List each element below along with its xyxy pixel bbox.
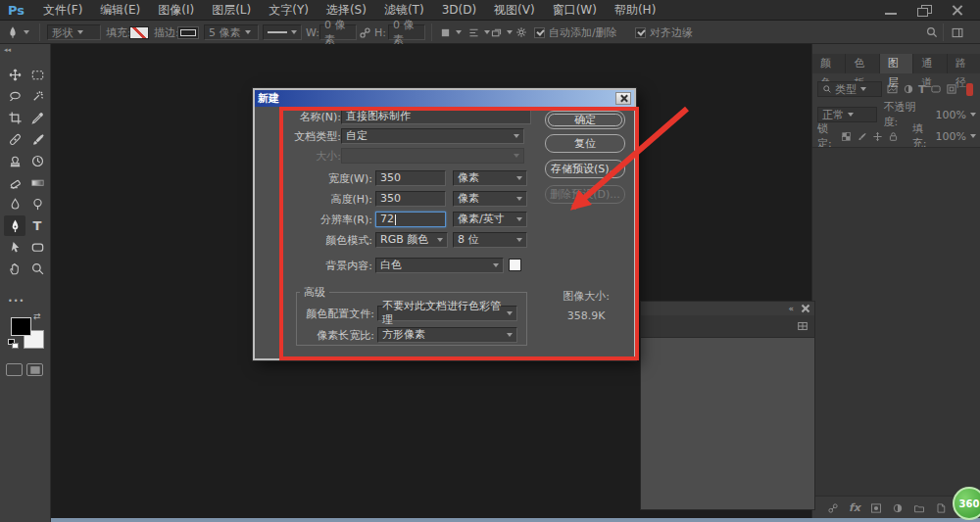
360-security-badge[interactable]: 360 xyxy=(953,487,980,520)
bit-depth-select[interactable]: 8 位 xyxy=(453,232,527,248)
menu-type[interactable]: 文字(Y) xyxy=(260,0,318,21)
layer-filter-select[interactable]: 类型 xyxy=(817,81,882,97)
lock-position-icon[interactable] xyxy=(872,131,883,142)
gradient-tool[interactable] xyxy=(26,172,48,193)
restore-icon[interactable] xyxy=(917,5,931,16)
pen-tool[interactable] xyxy=(4,215,25,236)
resolution-input[interactable]: 72 xyxy=(375,212,446,227)
edit-toolbar-ellipsis-icon[interactable]: ••• xyxy=(8,297,24,306)
stroke-swatch[interactable] xyxy=(177,21,199,44)
lock-transparent-pixels-icon[interactable] xyxy=(841,131,852,142)
menu-help[interactable]: 帮助(H) xyxy=(606,0,664,21)
filter-type-layers-icon[interactable]: T xyxy=(918,83,926,96)
brush-tool[interactable] xyxy=(26,129,48,150)
rectangle-shape-tool[interactable] xyxy=(26,237,48,258)
menu-3d[interactable]: 3D(D) xyxy=(433,0,485,21)
foreground-color-swatch[interactable] xyxy=(11,317,31,336)
filter-smart-objects-icon[interactable] xyxy=(946,83,957,95)
name-input[interactable]: 直接图标制作 xyxy=(341,109,531,124)
color-mode-select[interactable]: RGB 颜色 xyxy=(375,232,448,248)
color-profile-select[interactable]: 不要对此文档进行色彩管理 xyxy=(377,306,517,321)
filter-pixel-layers-icon[interactable] xyxy=(886,83,899,95)
height-unit-select[interactable]: 像素 xyxy=(453,191,527,207)
collapse-panel-icon[interactable]: « xyxy=(788,304,794,313)
crop-tool[interactable] xyxy=(4,108,25,128)
menu-window[interactable]: 窗口(W) xyxy=(544,0,606,21)
path-alignment-button[interactable] xyxy=(467,21,490,44)
close-icon[interactable] xyxy=(951,5,964,16)
tool-mode-select[interactable]: 形状 xyxy=(47,21,101,44)
tab-color[interactable]: 颜色 xyxy=(812,54,846,73)
save-preset-button[interactable]: 存储预设(S)... xyxy=(545,160,625,178)
tab-layers[interactable]: 图层 xyxy=(880,54,913,73)
stroke-width-select[interactable]: 5 像素 xyxy=(204,21,259,44)
default-colors-icon[interactable] xyxy=(8,339,19,349)
lock-image-pixels-icon[interactable] xyxy=(857,131,867,142)
path-operations-button[interactable] xyxy=(439,21,462,44)
workspace-panel-icon[interactable] xyxy=(951,21,964,44)
opacity-select[interactable]: 100% xyxy=(936,109,976,121)
width-unit-select[interactable]: 像素 xyxy=(453,170,527,186)
zoom-tool[interactable] xyxy=(26,259,48,279)
filter-shape-layers-icon[interactable] xyxy=(930,83,942,95)
reset-button[interactable]: 复位 xyxy=(545,134,625,153)
new-adjustment-layer-icon[interactable] xyxy=(892,502,904,514)
tab-channels[interactable]: 通道 xyxy=(913,54,947,73)
history-brush-tool[interactable] xyxy=(26,151,48,171)
new-group-icon[interactable] xyxy=(912,502,926,514)
new-layer-icon[interactable] xyxy=(935,502,947,514)
gear-icon[interactable] xyxy=(514,21,528,44)
resolution-unit-select[interactable]: 像素/英寸 xyxy=(453,212,527,227)
dialog-close-icon[interactable] xyxy=(615,92,631,105)
blur-tool[interactable] xyxy=(4,194,25,214)
dodge-tool[interactable] xyxy=(26,194,48,214)
pixel-aspect-select[interactable]: 方形像素 xyxy=(377,327,517,343)
link-dimensions-icon[interactable] xyxy=(359,21,371,44)
menu-image[interactable]: 图像(I) xyxy=(149,0,203,21)
document-type-select[interactable]: 自定 xyxy=(341,128,524,144)
panel-grid-icon[interactable] xyxy=(797,321,808,331)
dialog-title-bar[interactable]: 新建 xyxy=(255,90,634,107)
filter-adjustment-layers-icon[interactable] xyxy=(903,83,914,95)
tab-paths[interactable]: 路径 xyxy=(948,54,980,73)
rectangular-marquee-tool[interactable] xyxy=(26,65,48,85)
menu-file[interactable]: 文件(F) xyxy=(34,0,91,21)
minimize-icon[interactable] xyxy=(884,5,898,16)
filter-toggle-icon[interactable] xyxy=(966,83,973,96)
type-tool[interactable]: T xyxy=(26,215,48,236)
fill-swatch[interactable] xyxy=(129,21,149,44)
move-tool[interactable] xyxy=(4,65,25,85)
lock-all-icon[interactable] xyxy=(888,131,899,142)
auto-add-delete-checkbox[interactable]: 自动添加/删除 xyxy=(534,21,617,44)
menu-edit[interactable]: 编辑(E) xyxy=(91,0,149,21)
lasso-tool[interactable] xyxy=(4,86,25,107)
shape-height-field[interactable]: 0 像素 xyxy=(388,21,425,44)
tool-preset-picker[interactable] xyxy=(6,21,29,44)
menu-view[interactable]: 视图(V) xyxy=(485,0,544,21)
screen-mode-button[interactable] xyxy=(26,363,43,376)
shape-width-field[interactable]: 0 像素 xyxy=(319,21,357,44)
swap-colors-icon[interactable]: ⇄ xyxy=(33,311,41,321)
quick-mask-button[interactable] xyxy=(6,363,23,376)
advanced-label[interactable]: 高级 xyxy=(300,285,329,300)
hand-tool[interactable] xyxy=(4,259,25,279)
clone-stamp-tool[interactable] xyxy=(4,151,25,171)
blend-mode-select[interactable]: 正常 xyxy=(817,107,877,122)
layer-style-fx-icon[interactable]: fx xyxy=(849,501,860,514)
height-input[interactable]: 350 xyxy=(375,191,446,207)
background-contents-select[interactable]: 白色 xyxy=(375,258,504,273)
close-panel-icon[interactable] xyxy=(802,305,809,312)
path-arrangement-button[interactable] xyxy=(490,21,513,44)
ok-button[interactable]: 确定 xyxy=(545,111,625,129)
collapse-toolbar-icon[interactable]: ◂◂ xyxy=(4,46,11,54)
add-layer-mask-icon[interactable] xyxy=(869,502,883,514)
spot-healing-brush-tool[interactable] xyxy=(4,129,25,150)
path-selection-tool[interactable] xyxy=(4,237,25,258)
eraser-tool[interactable] xyxy=(4,172,25,193)
stroke-style-select[interactable] xyxy=(263,21,302,44)
align-edges-checkbox[interactable]: 对齐边缘 xyxy=(635,21,693,44)
link-layers-icon[interactable] xyxy=(826,502,840,514)
background-color-chip[interactable] xyxy=(509,259,521,271)
width-input[interactable]: 350 xyxy=(375,170,446,186)
eyedropper-tool[interactable] xyxy=(26,108,48,128)
